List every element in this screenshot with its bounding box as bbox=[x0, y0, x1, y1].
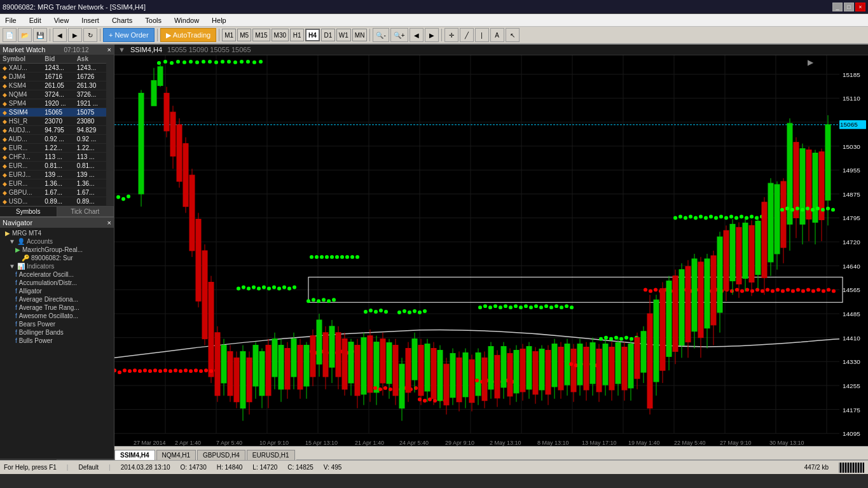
nav-mrgmt4-label: MRG MT4 bbox=[12, 230, 41, 237]
period-sep-btn[interactable]: | bbox=[475, 28, 489, 42]
nav-account-id[interactable]: 🔑 89006082: Sur bbox=[0, 254, 114, 262]
new-order-btn[interactable]: + New Order bbox=[103, 28, 155, 42]
nav-bears-power[interactable]: f Bears Power bbox=[0, 320, 114, 328]
market-watch-row[interactable]: ◆ DJM4 16716 16726 bbox=[0, 73, 106, 81]
tab-symbols[interactable]: Symbols bbox=[0, 207, 57, 216]
svg-point-426 bbox=[750, 215, 754, 219]
svg-rect-353 bbox=[641, 331, 646, 372]
market-watch-row[interactable]: ◆ EUR... 1.22... 1.22... bbox=[0, 144, 106, 153]
zoom-out-btn[interactable]: 🔍- bbox=[373, 28, 389, 42]
chart-scroll-right[interactable]: ▶ bbox=[425, 28, 439, 42]
market-watch-row[interactable]: ◆ EUR... 0.81... 0.81... bbox=[0, 162, 106, 171]
close-btn[interactable]: × bbox=[855, 3, 865, 11]
svg-text:14955: 14955 bbox=[843, 167, 860, 174]
chart-tab-gbpusd[interactable]: GBPUSD,H4 bbox=[197, 450, 245, 460]
mw-symbol-icon: ◆ bbox=[3, 154, 7, 160]
menu-file[interactable]: File bbox=[3, 16, 19, 25]
market-watch-row[interactable]: ◆ KSM4 261.05 261.30 bbox=[0, 81, 106, 90]
chart-tab-ssim4[interactable]: SSIM4,H4 bbox=[114, 450, 155, 460]
market-watch-scrollbar[interactable] bbox=[106, 55, 114, 206]
crosshair-btn[interactable]: ✛ bbox=[444, 28, 458, 42]
nav-accounts[interactable]: ▼ 👤 Accounts bbox=[0, 237, 114, 246]
svg-rect-198 bbox=[361, 338, 366, 394]
forward-btn[interactable]: ▶ bbox=[68, 28, 82, 42]
svg-rect-466 bbox=[794, 143, 799, 218]
line-btn[interactable]: ╱ bbox=[460, 28, 474, 42]
market-watch-row[interactable]: ◆ AUD... 0.92 ... 0.92 ... bbox=[0, 135, 106, 144]
tf-mn[interactable]: MN bbox=[352, 29, 368, 41]
nav-awesome-osc[interactable]: f Awesome Oscillato... bbox=[0, 312, 114, 320]
svg-point-418 bbox=[709, 215, 713, 219]
menu-help[interactable]: Help bbox=[209, 16, 229, 25]
tf-m1[interactable]: M1 bbox=[222, 29, 236, 41]
svg-point-381 bbox=[781, 289, 785, 293]
nav-accumulation[interactable]: f Accumulation/Distr... bbox=[0, 279, 114, 287]
nav-tab-favorites[interactable]: Favorites bbox=[57, 459, 114, 460]
nav-mrgmt4[interactable]: ▶ MRG MT4 bbox=[0, 229, 114, 237]
maximize-btn[interactable]: □ bbox=[844, 3, 854, 11]
market-watch-row[interactable]: ◆ XAU... 1243... 1243... bbox=[0, 64, 106, 73]
nav-avg-directional[interactable]: f Average Directiona... bbox=[0, 295, 114, 303]
menu-view[interactable]: View bbox=[52, 16, 72, 25]
market-watch-row[interactable]: ◆ AUDJ... 94.795 94.829 bbox=[0, 126, 106, 135]
chart-canvas[interactable]: 15185 15110 15065 15030 14955 14875 1479… bbox=[114, 55, 868, 446]
nav-tab-common[interactable]: Common bbox=[0, 459, 57, 460]
svg-point-371 bbox=[730, 289, 734, 293]
menu-tools[interactable]: Tools bbox=[142, 16, 164, 25]
tf-h1[interactable]: H1 bbox=[290, 29, 304, 41]
svg-point-238 bbox=[423, 399, 427, 403]
market-watch-row[interactable]: ◆ GBPU... 1.67... 1.67... bbox=[0, 188, 106, 197]
menu-edit[interactable]: Edit bbox=[27, 16, 44, 25]
open-btn[interactable]: 📂 bbox=[18, 28, 32, 42]
menu-insert[interactable]: Insert bbox=[79, 16, 102, 25]
text-btn[interactable]: A bbox=[490, 28, 504, 42]
market-watch-row[interactable]: ◆ EURJ... 139 ... 139 ... bbox=[0, 171, 106, 179]
tf-d1[interactable]: D1 bbox=[321, 29, 335, 41]
tf-w1[interactable]: W1 bbox=[336, 29, 351, 41]
zoom-in-btn[interactable]: 🔍+ bbox=[390, 28, 408, 42]
cursor-btn[interactable]: ↖ bbox=[506, 28, 520, 42]
save-btn[interactable]: 💾 bbox=[33, 28, 47, 42]
new-file-btn[interactable]: 📄 bbox=[3, 28, 17, 42]
nav-bol-label: Bollinger Bands bbox=[19, 329, 64, 336]
nav-bullp-icon: f bbox=[15, 337, 17, 344]
back-btn[interactable]: ◀ bbox=[53, 28, 67, 42]
mw-symbol-cell: ◆ EUR... bbox=[0, 179, 42, 188]
market-watch-row[interactable]: ◆ USD... 0.89... 0.89... bbox=[0, 197, 106, 206]
tf-h4[interactable]: H4 bbox=[305, 29, 320, 41]
market-watch-row[interactable]: ◆ EUR... 1.36... 1.36... bbox=[0, 179, 106, 188]
nav-indicators[interactable]: ▼ 📊 Indicators bbox=[0, 262, 114, 270]
nav-maxrichgroup[interactable]: ▶ MaxrichGroup-Real... bbox=[0, 246, 114, 254]
chart-tab-eurusd[interactable]: EURUSD,H1 bbox=[247, 450, 295, 460]
market-watch-row[interactable]: ◆ CHFJ... 113 ... 113 ... bbox=[0, 153, 106, 162]
market-watch-row[interactable]: ◆ HSI_R 23070 23080 bbox=[0, 117, 106, 126]
mw-symbol-cell: ◆ EURJ... bbox=[0, 171, 42, 179]
minimize-btn[interactable]: _ bbox=[832, 3, 843, 11]
nav-avg-true-range[interactable]: f Average True Rang... bbox=[0, 303, 114, 312]
tf-m30[interactable]: M30 bbox=[272, 29, 289, 41]
market-watch-row[interactable]: ◆ SSIM4 15065 15075 bbox=[0, 108, 106, 117]
navigator-close[interactable]: × bbox=[107, 219, 111, 227]
tf-m15[interactable]: M15 bbox=[252, 29, 270, 41]
status-low: L: 14720 bbox=[252, 464, 277, 471]
svg-point-96 bbox=[128, 369, 132, 373]
chart-tab-nqm4[interactable]: NQM4,H1 bbox=[156, 450, 196, 460]
menu-window[interactable]: Window bbox=[172, 16, 202, 25]
autotrading-btn[interactable]: ▶ AutoTrading bbox=[160, 28, 217, 42]
tab-tick-chart[interactable]: Tick Chart bbox=[57, 207, 114, 216]
nav-bollinger[interactable]: f Bollinger Bands bbox=[0, 328, 114, 337]
nav-alligator[interactable]: f Alligator bbox=[0, 287, 114, 295]
market-watch-close[interactable]: × bbox=[107, 46, 111, 53]
svg-rect-410 bbox=[673, 276, 678, 352]
market-watch-row[interactable]: ◆ SPM4 1920 ... 1921 ... bbox=[0, 99, 106, 108]
svg-rect-184 bbox=[336, 333, 341, 377]
nav-accelerator[interactable]: f Accelerator Oscill... bbox=[0, 270, 114, 279]
svg-point-110 bbox=[199, 369, 203, 373]
refresh-btn[interactable]: ↻ bbox=[83, 28, 97, 42]
nav-bulls-power[interactable]: f Bulls Power bbox=[0, 337, 114, 345]
tf-m5[interactable]: M5 bbox=[237, 29, 251, 41]
menu-charts[interactable]: Charts bbox=[109, 16, 135, 25]
svg-rect-325 bbox=[577, 344, 582, 385]
market-watch-row[interactable]: ◆ NQM4 3724... 3726... bbox=[0, 90, 106, 99]
chart-scroll-left[interactable]: ◀ bbox=[410, 28, 424, 42]
